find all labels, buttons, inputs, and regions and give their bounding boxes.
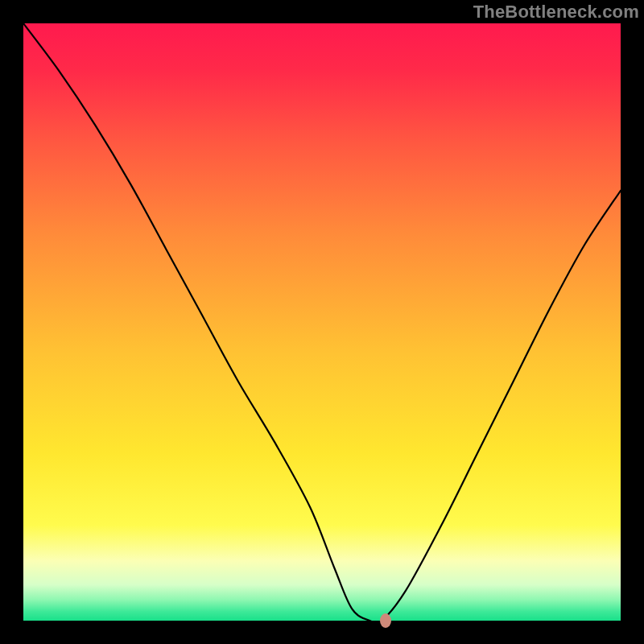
plot-area — [23, 23, 621, 621]
chart-frame: TheBottleneck.com — [0, 0, 644, 644]
watermark-text: TheBottleneck.com — [473, 2, 639, 23]
plot-svg — [23, 23, 621, 621]
gradient-background — [23, 23, 621, 621]
optimal-point-marker — [380, 613, 391, 628]
